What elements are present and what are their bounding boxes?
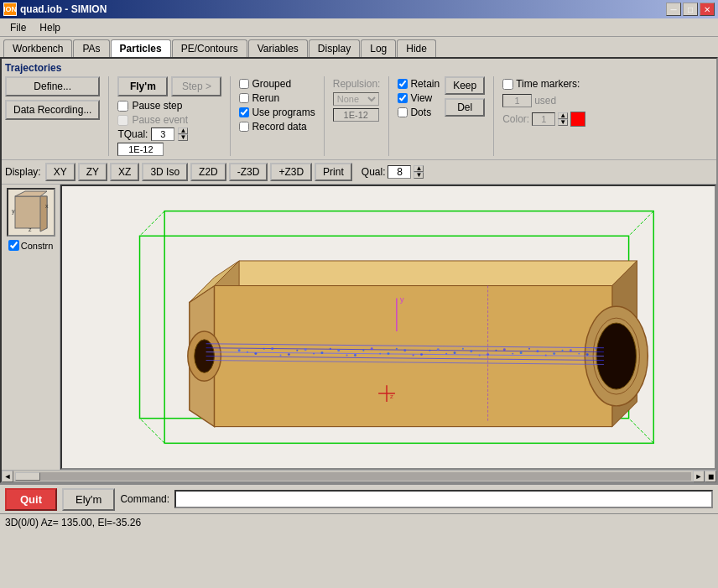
tab-particles[interactable]: Particles <box>111 39 171 57</box>
svg-point-43 <box>454 351 456 354</box>
svg-point-37 <box>354 354 356 356</box>
constrain-checkbox[interactable] <box>8 240 19 251</box>
main-content: Trajectories Define... Data Recording...… <box>0 57 718 483</box>
tab-display[interactable]: Display <box>309 39 360 57</box>
qual-input[interactable] <box>388 165 411 179</box>
tab-variables[interactable]: Variables <box>248 39 308 57</box>
svg-point-55 <box>296 350 298 351</box>
menu-help[interactable]: Help <box>33 20 67 35</box>
view-label: View <box>410 92 432 104</box>
left-action-buttons: Define... Data Recording... <box>5 76 100 120</box>
scroll-thumb[interactable] <box>15 472 40 481</box>
display-xz-button[interactable]: XZ <box>110 163 139 181</box>
dots-label: Dots <box>410 107 431 118</box>
retain-checkbox[interactable] <box>398 79 408 89</box>
keep-button[interactable]: Keep <box>445 76 485 95</box>
svg-point-31 <box>254 352 257 355</box>
bottom-bar: Quit Ely'm Command: <box>0 483 718 513</box>
color-input[interactable] <box>532 112 555 126</box>
menu-file[interactable]: File <box>3 20 33 35</box>
minimize-button[interactable]: ─ <box>666 3 681 16</box>
step-button[interactable]: Step > <box>171 76 221 96</box>
display-print-button[interactable]: Print <box>315 163 352 181</box>
repulsion-select[interactable]: None <box>333 92 379 106</box>
main-viewport[interactable]: y z <box>60 185 716 470</box>
tab-pe-contours[interactable]: PE/Contours <box>172 39 247 57</box>
qual-spinner[interactable]: ▲ ▼ <box>414 165 424 179</box>
svg-point-32 <box>271 347 273 350</box>
del-button[interactable]: Del <box>445 98 485 117</box>
grouped-checkbox[interactable] <box>239 79 249 89</box>
scroll-right-arrow[interactable]: ► <box>693 471 705 482</box>
svg-point-61 <box>396 348 398 350</box>
maximize-button[interactable]: □ <box>683 3 698 16</box>
keep-del-section: Keep Del <box>445 76 485 117</box>
time-markers-checkbox[interactable] <box>502 79 513 90</box>
svg-point-56 <box>313 353 315 355</box>
tqual-value-input[interactable] <box>117 143 164 156</box>
pause-step-checkbox[interactable] <box>117 101 128 112</box>
trajectories-panel: Trajectories Define... Data Recording...… <box>2 59 716 160</box>
rerun-checkbox[interactable] <box>239 93 249 103</box>
color-down-arrow[interactable]: ▼ <box>558 119 568 126</box>
svg-point-66 <box>479 355 481 356</box>
scroll-track[interactable] <box>15 472 691 481</box>
color-label: Color: <box>502 113 529 125</box>
tab-pas[interactable]: PAs <box>73 39 109 57</box>
svg-point-35 <box>320 351 323 354</box>
display-3diso-button[interactable]: 3D Iso <box>142 163 188 181</box>
dots-checkbox[interactable] <box>398 107 408 117</box>
tabbar: Workbench PAs Particles PE/Contours Vari… <box>0 37 718 57</box>
tqual-down-arrow[interactable]: ▼ <box>178 134 188 141</box>
constrain-label: Constrn <box>21 241 54 251</box>
data-recording-button[interactable]: Data Recording... <box>5 100 100 120</box>
tab-log[interactable]: Log <box>361 39 396 57</box>
quit-button[interactable]: Quit <box>5 488 57 511</box>
svg-point-41 <box>420 353 423 356</box>
fly-button[interactable]: Fly'm <box>117 76 168 96</box>
define-button[interactable]: Define... <box>5 76 100 96</box>
repulsion-value <box>333 108 379 122</box>
titlebar: ION quad.iob - SIMION ─ □ ✕ <box>0 0 718 18</box>
use-programs-checkbox[interactable] <box>239 107 249 117</box>
color-spinner[interactable]: ▲ ▼ <box>558 112 568 126</box>
svg-point-44 <box>470 350 472 352</box>
viewport-area: y z x Constrn <box>2 185 716 470</box>
time-markers-label: Time markers: <box>516 78 580 90</box>
display-neg-z3d-button[interactable]: -Z3D <box>229 163 268 181</box>
scroll-corner: ◼ <box>705 471 716 482</box>
tqual-input[interactable] <box>151 127 174 141</box>
svg-text:y: y <box>400 294 404 304</box>
svg-point-53 <box>263 348 265 350</box>
svg-point-33 <box>288 353 290 356</box>
record-data-checkbox[interactable] <box>239 122 249 132</box>
left-panel: y z x Constrn <box>2 185 60 470</box>
svg-point-34 <box>304 348 307 351</box>
display-zy-button[interactable]: ZY <box>78 163 107 181</box>
constrain-row: Constrn <box>8 240 54 251</box>
record-data-label: Record data <box>252 121 306 133</box>
tab-hide[interactable]: Hide <box>397 39 436 57</box>
menubar: File Help <box>0 18 718 37</box>
trajectory-checkboxes: Grouped Rerun Use programs Record data <box>239 76 315 133</box>
command-label: Command: <box>120 493 169 505</box>
time-markers-input[interactable] <box>502 94 532 107</box>
display-pos-z3d-button[interactable]: +Z3D <box>270 163 312 181</box>
tab-workbench[interactable]: Workbench <box>3 39 72 57</box>
svg-point-30 <box>238 349 241 351</box>
pause-event-checkbox[interactable] <box>117 115 128 126</box>
fly-bottom-button[interactable]: Ely'm <box>62 488 115 511</box>
display-z2d-button[interactable]: Z2D <box>190 163 226 181</box>
horizontal-scrollbar[interactable]: ◄ ► ◼ <box>2 470 716 481</box>
svg-marker-1 <box>15 191 47 196</box>
scroll-left-arrow[interactable]: ◄ <box>2 471 13 482</box>
view-checkbox[interactable] <box>398 93 408 103</box>
qual-down[interactable]: ▼ <box>414 172 424 179</box>
command-input[interactable] <box>174 490 713 508</box>
tqual-spinner[interactable]: ▲ ▼ <box>178 127 188 141</box>
close-button[interactable]: ✕ <box>700 3 715 16</box>
svg-text:z: z <box>390 393 393 400</box>
display-xy-button[interactable]: XY <box>45 163 75 181</box>
mini-preview[interactable]: y z x <box>7 188 55 237</box>
svg-point-46 <box>503 348 506 351</box>
